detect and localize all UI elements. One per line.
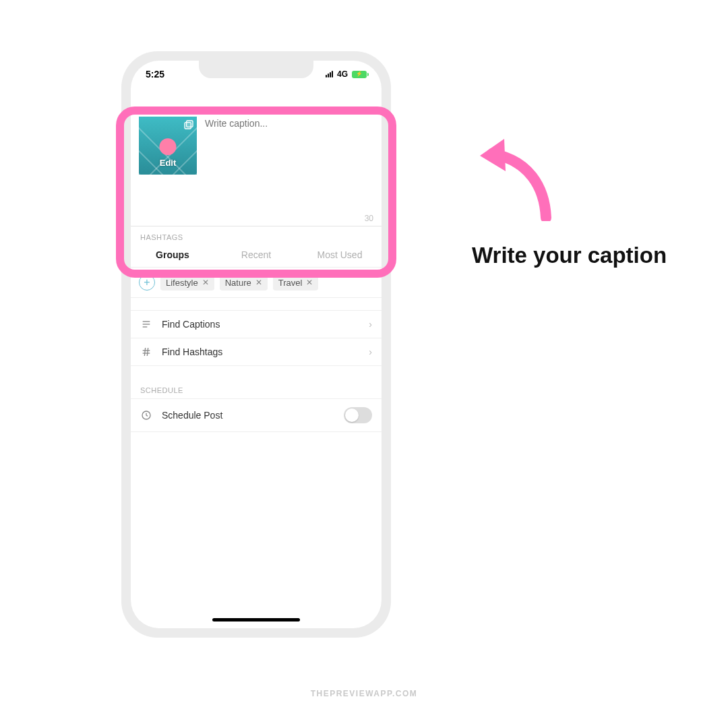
svg-line-7 <box>144 348 145 356</box>
arrow-icon <box>472 127 674 224</box>
chip-lifestyle[interactable]: Lifestyle ✕ <box>160 275 214 291</box>
signal-icon <box>326 71 333 78</box>
schedule-toggle[interactable] <box>344 407 372 423</box>
svg-line-8 <box>147 348 148 356</box>
svg-rect-1 <box>185 123 191 129</box>
chip-label: Nature <box>225 278 251 288</box>
caption-area: Edit 30 <box>131 109 382 226</box>
chevron-right-icon: › <box>369 346 372 357</box>
tab-most-used[interactable]: Most Used <box>298 245 382 267</box>
add-group-button[interactable]: + <box>139 274 155 291</box>
clock-icon <box>140 410 152 421</box>
annotation-text: Write your caption <box>472 241 674 270</box>
chip-label: Lifestyle <box>166 278 198 288</box>
close-icon[interactable]: ✕ <box>306 278 313 287</box>
tab-groups[interactable]: Groups <box>131 245 214 267</box>
close-icon[interactable]: ✕ <box>255 278 262 287</box>
caption-input[interactable] <box>204 117 373 175</box>
network-label: 4G <box>337 69 348 79</box>
find-captions-label: Find Captions <box>162 319 359 330</box>
chevron-right-icon: › <box>369 319 372 330</box>
hashtags-label: HASHTAGS <box>131 226 382 245</box>
hashtag-icon <box>140 346 152 357</box>
phone-notch <box>199 61 313 78</box>
battery-icon: ⚡ <box>352 71 367 78</box>
captions-icon <box>140 319 152 330</box>
tab-recent[interactable]: Recent <box>214 245 298 267</box>
phone-screen: 5:25 4G ⚡ Edit <box>131 61 382 628</box>
status-time: 5:25 <box>146 69 164 80</box>
hashtags-tabs: Groups Recent Most Used <box>131 245 382 268</box>
phone-frame: 5:25 4G ⚡ Edit <box>121 51 391 638</box>
hashtags-section: HASHTAGS Groups Recent Most Used + Lifes… <box>131 226 382 298</box>
schedule-section: SCHEDULE Schedule Post <box>131 380 382 432</box>
schedule-post-row: Schedule Post <box>131 398 382 432</box>
find-hashtags-label: Find Hashtags <box>162 346 359 357</box>
actions-list: Find Captions › Find Hashtags › <box>131 310 382 366</box>
footer-brand: THEPREVIEWAPP.COM <box>311 689 418 698</box>
post-thumbnail[interactable]: Edit <box>139 117 197 175</box>
home-indicator[interactable] <box>212 618 300 621</box>
multi-image-icon <box>183 119 194 130</box>
find-hashtags-row[interactable]: Find Hashtags › <box>131 338 382 366</box>
chip-label: Travel <box>278 278 303 288</box>
edit-label[interactable]: Edit <box>139 158 197 168</box>
annotation: Write your caption <box>472 127 674 270</box>
find-captions-row[interactable]: Find Captions › <box>131 311 382 338</box>
char-count: 30 <box>139 175 373 223</box>
schedule-label: SCHEDULE <box>131 380 382 398</box>
chips-row: + Lifestyle ✕ Nature ✕ Travel ✕ <box>131 268 382 298</box>
schedule-post-label: Schedule Post <box>162 410 334 421</box>
chip-nature[interactable]: Nature ✕ <box>220 275 268 291</box>
chip-travel[interactable]: Travel ✕ <box>273 275 319 291</box>
close-icon[interactable]: ✕ <box>202 278 209 287</box>
